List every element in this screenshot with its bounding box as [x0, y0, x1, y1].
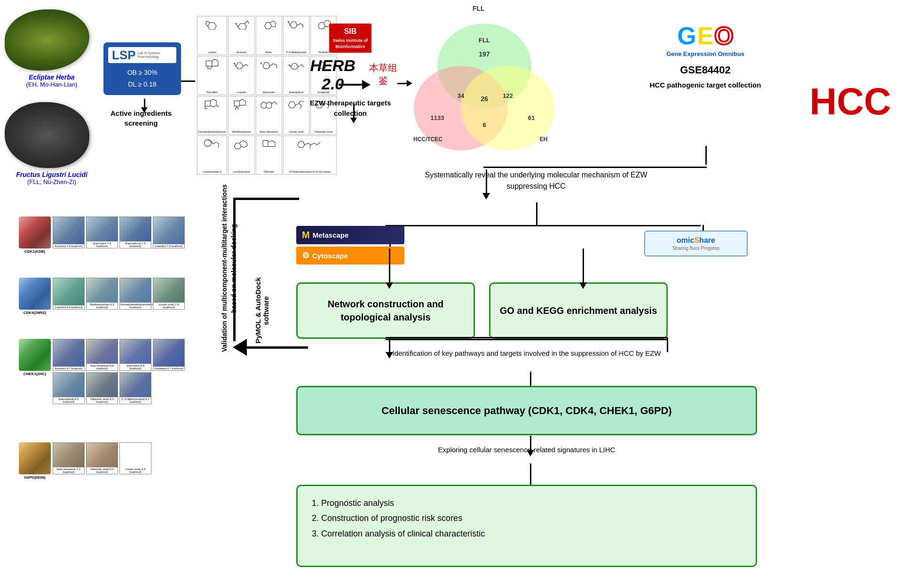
svg-line-170: [303, 142, 305, 145]
svg-line-131: [288, 105, 290, 108]
venn-svg: FLL HCC/TCEC EH 197 34 122 26 1133 61 6: [404, 14, 564, 160]
svg-line-26: [273, 21, 276, 24]
fll-plant-image: [5, 102, 89, 168]
svg-line-68: [235, 64, 237, 66]
svg-line-161: [244, 146, 247, 148]
molecule-lucidumoside: Lucidumoside D: [197, 136, 227, 175]
id-text: Identification of key pathways and targe…: [386, 348, 668, 359]
docking-cdk1-row: CDK1(KDB) Acacein(-7.8 kcal/mol) Quercet…: [19, 216, 185, 254]
docking-chek1-psoralen: Psoralen(-6.7 kcal/mol): [153, 339, 185, 371]
svg-text:26: 26: [481, 95, 488, 103]
svg-text:61: 61: [528, 114, 535, 121]
docking-cdk4-wedelolactone: Wedelolactone(-6.3 kcal/mol): [86, 278, 118, 310]
prognostic-box: 1. Prognostic analysis 2. Construction o…: [296, 485, 757, 567]
svg-line-34: [290, 25, 292, 28]
svg-text:1133: 1133: [431, 114, 444, 121]
svg-line-152: [235, 143, 237, 146]
svg-line-79: [291, 64, 293, 67]
lsp-box: LSP Lab of Systems Pharmacology OB ≥ 30%…: [103, 42, 181, 95]
cellular-box: Cellular senescence pathway (CDK1, CDK4,…: [296, 386, 757, 435]
metascape-m-icon: M: [302, 230, 310, 240]
svg-line-24: [264, 26, 266, 29]
svg-text:34: 34: [458, 92, 465, 99]
svg-line-107: [240, 99, 243, 101]
docking-chek1-acacein: Acacein(-6.7 kcal/mol): [53, 339, 85, 371]
fll-plant-name: Fructus Ligustri Lucidi: [5, 171, 99, 178]
svg-line-88: [289, 65, 291, 67]
svg-line-65: [243, 64, 246, 66]
main-container: Ecliptae Herba (EH, Mo-Han-Lian) Fructus…: [0, 0, 924, 576]
horiz-connector-boxes: [386, 337, 668, 338]
svg-line-164: [268, 141, 271, 143]
svg-line-76: [273, 64, 276, 65]
svg-line-64: [236, 66, 238, 69]
fll-plant-abbr: (FLL, Nü-Zhen-Zi): [5, 178, 99, 185]
docking-cdk1-luteolin: Luteolin(-7.8 kcal/mol): [153, 216, 185, 248]
docking-cdk4-luteolin: Luteolin(-6.6 kcal/mol): [53, 278, 85, 310]
svg-line-28: [271, 26, 275, 27]
svg-line-29: [290, 22, 292, 25]
connector-network-id: [386, 339, 668, 340]
eh-plant-name: Ecliptae Herba: [5, 73, 99, 81]
molecule-psoralen: Psoralen: [197, 56, 227, 95]
svg-line-27: [275, 24, 276, 27]
svg-line-72: [268, 66, 270, 69]
svg-line-19: [264, 23, 266, 26]
svg-line-122: [269, 107, 272, 109]
docking-cdk4-row: CDK4(2W9Z) Luteolin(-6.6 kcal/mol) Wedel…: [19, 278, 185, 315]
docking-cdk4-demethyl: Demethylwedelolactone(-6.1 kcal/mol): [119, 278, 151, 310]
svg-line-31: [295, 22, 297, 25]
svg-line-66: [247, 64, 249, 66]
svg-line-135: [299, 101, 300, 104]
go-kegg-box: GO and KEGG enrichment analysis: [489, 282, 668, 339]
svg-line-174: [305, 143, 308, 145]
svg-line-158: [240, 141, 243, 144]
svg-line-105: [216, 105, 219, 107]
arrow-down-lsp: [141, 99, 148, 113]
svg-rect-106: [235, 101, 240, 106]
svg-rect-51: [206, 61, 212, 66]
omicshare-box: omicShare Sharing fluxs Progress: [644, 231, 748, 256]
svg-line-77: [276, 65, 276, 68]
svg-line-126: [288, 102, 290, 105]
svg-line-154: [240, 143, 242, 146]
big-left-arrow: [233, 339, 308, 356]
lsp-criteria: OB ≥ 30% DL ≥ 0.18: [108, 67, 176, 90]
geo-label: HCC pathogenic target collection: [649, 80, 762, 91]
svg-text:197: 197: [479, 50, 490, 58]
svg-line-6: [205, 24, 208, 26]
molecule-hydroxy: 20-Hydroxylanosterol-24-en-3yl acetate: [283, 136, 337, 175]
svg-line-114: [263, 102, 266, 104]
protein-cdk1-image: [19, 216, 51, 248]
docking-chek1-methylorobol: 3'-O-Methylorobol(-6.1 kcal/mol): [119, 372, 151, 404]
svg-rect-163: [263, 141, 268, 147]
geo-logo: G E O: [649, 24, 762, 48]
svg-line-148: [211, 142, 213, 144]
svg-line-62: [241, 66, 243, 69]
svg-line-35: [297, 24, 300, 25]
docking-chek1-quercetin: Quercetin(-6.8 kcal/mol): [119, 339, 151, 371]
svg-point-111: [236, 107, 238, 110]
eh-plant-image: [5, 9, 89, 71]
arrow-cellular-exploring: [527, 436, 534, 456]
svg-line-32: [295, 25, 297, 28]
svg-line-99: [213, 99, 216, 101]
docking-chek1-row: CHEK1(2HC) Acacein(-6.7 kcal/mol) beta-s…: [19, 339, 189, 404]
svg-line-102: [210, 105, 213, 107]
docking-cdk4-ursolic: Ursolic acid(-7.9 kcal/mol): [153, 278, 185, 310]
svg-line-22: [269, 26, 271, 29]
svg-line-16: [247, 21, 249, 24]
geo-section: G E O Gene Expression Omnibus GSE84402 H…: [649, 24, 762, 91]
svg-line-168: [298, 142, 300, 145]
svg-point-78: [261, 63, 262, 64]
svg-line-179: [317, 142, 320, 145]
svg-line-39: [288, 22, 290, 25]
svg-line-157: [235, 147, 237, 149]
svg-line-47: [327, 20, 330, 22]
docking-g6pd-ursolic: Ursolic acid(-6.8 kcal/mol): [119, 442, 151, 474]
arrow-to-gokegg: [579, 248, 587, 289]
svg-line-162: [241, 147, 244, 148]
svg-line-7: [205, 21, 207, 24]
protein-chek1-image: [19, 339, 51, 371]
svg-line-116: [263, 107, 266, 109]
